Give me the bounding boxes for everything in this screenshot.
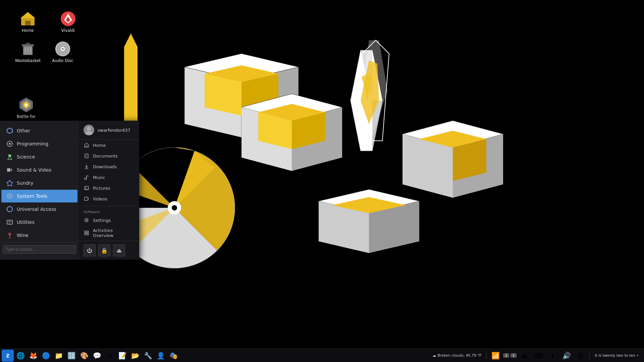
svg-rect-84 <box>87 231 89 233</box>
config-icon[interactable]: 🔧 <box>142 350 154 362</box>
category-list: Other Programming Science Sound & Video … <box>0 124 79 242</box>
place-item-home[interactable]: Home <box>79 140 139 150</box>
svg-point-67 <box>86 131 92 135</box>
category-item-universal-access[interactable]: Universal Access <box>1 203 77 216</box>
lock-button[interactable]: 🔒 <box>98 244 110 256</box>
svg-marker-36 <box>20 12 35 18</box>
svg-rect-70 <box>85 154 88 158</box>
category-label-science: Science <box>17 154 35 160</box>
place-label-music: Music <box>93 175 105 180</box>
weather-icon: ☁️ <box>432 353 436 358</box>
desktop-icon-home[interactable]: Home <box>13 9 43 34</box>
eject-icon[interactable]: ⏏ <box>518 350 530 362</box>
other-icon <box>6 127 13 134</box>
desktop-icon-audio-disc[interactable]: Audio Disc <box>48 40 78 64</box>
firefox-icon[interactable]: 🦊 <box>27 350 39 362</box>
place-item-downloads[interactable]: Downloads <box>79 161 139 172</box>
taskbar-left: Z 🌐 🦊 🔵 📁 🔢 🎨 💬 ✉️ 📝 📂 🔧 👤 🎭 <box>0 350 427 362</box>
pictures-place-icon <box>84 185 90 191</box>
category-item-wine[interactable]: Wine <box>1 229 77 242</box>
thunar-icon[interactable]: 📂 <box>129 350 141 362</box>
place-label-documents: Documents <box>93 154 118 159</box>
music-place-icon <box>84 174 90 180</box>
svg-rect-86 <box>87 233 89 235</box>
svg-rect-83 <box>85 231 86 233</box>
keyboard-layout-icon[interactable]: ⌨ <box>532 350 544 362</box>
category-label-system-tools: System Tools <box>17 193 47 199</box>
place-item-videos[interactable]: Videos <box>79 193 139 204</box>
svg-point-52 <box>25 104 28 106</box>
category-label-universal-access: Universal Access <box>17 206 56 212</box>
network-status-icon[interactable]: 📶 <box>489 350 501 362</box>
mail-icon[interactable]: ✉️ <box>104 350 116 362</box>
svg-marker-62 <box>7 206 12 212</box>
desktop-icon-battle[interactable]: Battle for <box>11 96 41 120</box>
sys-label-settings: Settings <box>93 218 111 223</box>
volume-icon[interactable]: 🔊 <box>560 350 573 362</box>
category-label-programming: Programming <box>17 141 48 146</box>
color-icon[interactable]: 🎨 <box>78 350 90 362</box>
power-button[interactable]: ⏻ <box>84 244 96 256</box>
category-item-programming[interactable]: Programming <box>1 137 77 150</box>
clock-display: it is twenty two to ten • <box>592 353 641 358</box>
menu-bottom-controls: ⏻ 🔒 ⏏ <box>79 241 139 260</box>
svg-point-48 <box>62 48 64 50</box>
user-area: swarfendor437 <box>79 121 139 140</box>
place-item-music[interactable]: Music <box>79 172 139 183</box>
menu-separator <box>84 206 135 206</box>
sound-video-icon <box>6 166 13 174</box>
place-item-pictures[interactable]: Pictures <box>79 183 139 193</box>
science-icon <box>6 153 13 161</box>
search-area <box>0 242 79 256</box>
svg-line-76 <box>87 176 89 176</box>
category-item-sound-video[interactable]: Sound & Video <box>1 164 77 176</box>
desktop-icon-wastebasket[interactable]: Wastebasket <box>13 40 43 64</box>
calculator-icon[interactable]: 🔢 <box>65 350 77 362</box>
sundry-icon <box>6 179 13 187</box>
downloads-place-icon <box>84 164 90 170</box>
notes-icon[interactable]: 📝 <box>116 350 128 362</box>
category-item-utilities[interactable]: Utilities <box>1 216 77 229</box>
places-list: Home Documents Downloads Music Pictures … <box>79 140 139 204</box>
battle-icon <box>18 97 34 113</box>
documents-place-icon <box>84 153 90 159</box>
wastebasket-icon-label: Wastebasket <box>15 58 41 63</box>
category-label-utilities: Utilities <box>17 220 35 225</box>
system-item-activities[interactable]: Activities Overview <box>79 226 139 240</box>
svg-point-82 <box>86 219 88 221</box>
category-item-other[interactable]: Other <box>1 124 77 137</box>
svg-point-78 <box>86 187 87 188</box>
chromium-icon[interactable]: 🔵 <box>40 350 52 362</box>
info-icon[interactable]: ℹ️ <box>546 350 558 362</box>
videos-place-icon <box>84 196 90 202</box>
chat-icon[interactable]: 💬 <box>91 350 103 362</box>
taskbar: Z 🌐 🦊 🔵 📁 🔢 🎨 💬 ✉️ 📝 📂 🔧 👤 🎭 ☁️ Broken c… <box>0 349 644 362</box>
category-item-sundry[interactable]: Sundry <box>1 177 77 189</box>
svg-marker-53 <box>7 128 12 133</box>
category-item-science[interactable]: Science <box>1 150 77 163</box>
system-item-settings[interactable]: Settings <box>79 215 139 226</box>
place-label-home: Home <box>93 143 106 148</box>
svg-marker-59 <box>7 180 13 186</box>
desktop: Home Vivaldi Wastebasket Audio Disc Batt… <box>0 0 644 362</box>
network-manager-icon[interactable]: 🌐 <box>14 350 26 362</box>
category-item-system-tools[interactable]: System Tools <box>1 190 77 202</box>
search-input[interactable] <box>3 245 76 254</box>
media-icon[interactable]: 🎭 <box>167 350 179 362</box>
user-icon[interactable]: 👤 <box>155 350 167 362</box>
svg-marker-58 <box>11 168 12 172</box>
zorin-menu-button[interactable]: Z <box>2 350 14 362</box>
utilities-icon <box>6 219 13 226</box>
svg-point-66 <box>87 127 91 131</box>
wine-icon <box>6 232 13 239</box>
power-status-icon[interactable]: ⏻ <box>575 350 587 362</box>
place-item-documents[interactable]: Documents <box>79 150 139 161</box>
logout-button[interactable]: ⏏ <box>113 244 125 256</box>
settings-sys-icon <box>84 217 90 223</box>
universal-access-icon <box>6 205 13 213</box>
desktop-icon-vivaldi[interactable]: Vivaldi <box>53 9 83 34</box>
category-label-wine: Wine <box>17 233 29 238</box>
svg-point-22 <box>172 205 177 210</box>
files-icon[interactable]: 📁 <box>53 350 65 362</box>
audio-disc-icon-label: Audio Disc <box>52 58 73 63</box>
